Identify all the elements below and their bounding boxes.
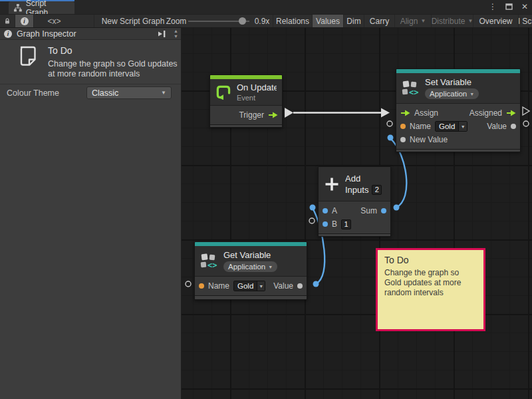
sum-port-icon[interactable] bbox=[381, 208, 386, 213]
update-loop-icon bbox=[215, 84, 231, 100]
svg-text:<>: <> bbox=[207, 261, 217, 270]
relations-button[interactable]: Relations bbox=[273, 15, 312, 27]
port-set-value-output[interactable] bbox=[523, 121, 529, 126]
sticky-note-title: To Do bbox=[384, 255, 477, 265]
window-maximize-icon[interactable] bbox=[504, 1, 513, 12]
new-value-port-icon[interactable] bbox=[400, 137, 406, 142]
assign-port-label: Assign bbox=[414, 108, 438, 118]
variable-name-dropdown[interactable]: Gold▼ bbox=[233, 281, 265, 291]
assigned-port-label: Assigned bbox=[469, 108, 502, 118]
flow-arrow-icon[interactable] bbox=[268, 112, 278, 118]
flow-arrow-icon[interactable] bbox=[400, 110, 410, 116]
port-get-value-output[interactable] bbox=[313, 281, 319, 287]
colour-theme-value: Classic bbox=[92, 88, 118, 98]
b-value-field[interactable]: 1 bbox=[341, 219, 351, 229]
full-screen-button[interactable]: Full Screen bbox=[518, 15, 532, 27]
tab-script-graph[interactable]: Script Graph bbox=[9, 1, 74, 14]
carry-button[interactable]: Carry bbox=[364, 15, 394, 27]
colour-theme-label: Colour Theme bbox=[7, 88, 59, 98]
variable-scope-dropdown[interactable]: Application▼ bbox=[425, 88, 479, 99]
variables-icon: <> bbox=[402, 80, 420, 97]
chevron-down-icon: ▼ bbox=[257, 281, 265, 291]
name-port-label: Name bbox=[410, 122, 431, 131]
inputs-count-field[interactable]: 2 bbox=[372, 185, 382, 195]
dock-panel-icon[interactable] bbox=[158, 30, 166, 38]
flow-arrow-icon[interactable] bbox=[506, 110, 516, 116]
node-on-update[interactable]: On Update Event Trigger bbox=[209, 74, 283, 128]
variable-scope-dropdown[interactable]: Application▼ bbox=[223, 261, 277, 272]
window-close-icon[interactable]: ✕ bbox=[520, 1, 529, 12]
graph-inspector-panel: i Graph Inspector ▲▼ To Do Change the gr… bbox=[0, 28, 182, 399]
inspector-todo-body: Change the graph so Gold updates at more… bbox=[48, 59, 181, 79]
port-set-assigned-output[interactable] bbox=[523, 107, 529, 115]
port-add-a-input[interactable] bbox=[310, 205, 316, 211]
inspector-title: Graph Inspector bbox=[17, 29, 76, 39]
chevron-down-icon: ▼ bbox=[268, 265, 273, 269]
graph-tree-icon bbox=[13, 3, 23, 12]
node-resize-strip bbox=[396, 149, 520, 152]
variable-name-dropdown[interactable]: Gold▼ bbox=[435, 121, 467, 132]
node-resize-strip bbox=[195, 295, 307, 300]
inspector-toggle-button[interactable]: i bbox=[15, 15, 33, 27]
svg-text:<>: <> bbox=[409, 88, 418, 97]
port-add-b-input[interactable] bbox=[309, 218, 315, 223]
b-port-label: B bbox=[332, 219, 337, 229]
node-resize-strip bbox=[210, 124, 282, 128]
name-port-icon[interactable] bbox=[199, 283, 204, 289]
node-title: Set Variable bbox=[425, 77, 479, 87]
chevron-down-icon: ▼ bbox=[458, 122, 467, 131]
new-value-port-label: New Value bbox=[410, 135, 448, 144]
tab-strip: Script Graph ⋮ ✕ bbox=[0, 0, 532, 14]
a-port-icon[interactable] bbox=[323, 208, 328, 213]
name-port-icon[interactable] bbox=[400, 124, 406, 129]
new-script-graph-button[interactable]: New Script Graph bbox=[94, 15, 168, 27]
lock-button[interactable] bbox=[0, 15, 15, 27]
sum-port-label: Sum bbox=[360, 206, 377, 215]
distribute-dropdown[interactable]: Distribute▼ bbox=[431, 15, 473, 27]
value-port-label: Value bbox=[273, 281, 293, 291]
chevron-down-icon: ▼ bbox=[420, 18, 426, 24]
info-icon: i bbox=[4, 30, 12, 38]
arrow-up-icon[interactable]: ▲ bbox=[174, 29, 178, 34]
inputs-label: Inputs bbox=[345, 185, 368, 195]
node-subtitle: Event bbox=[237, 94, 277, 102]
chevron-down-icon: ▼ bbox=[161, 90, 166, 96]
node-title: On Update bbox=[237, 82, 277, 92]
code-icon: <x> bbox=[47, 17, 61, 26]
trigger-port-label: Trigger bbox=[239, 110, 264, 120]
colour-theme-dropdown[interactable]: Classic ▼ bbox=[86, 86, 172, 99]
window-menu-icon[interactable]: ⋮ bbox=[488, 1, 497, 12]
port-trigger-output[interactable] bbox=[285, 108, 293, 118]
new-script-graph-label: New Script Graph bbox=[102, 17, 165, 26]
chevron-down-icon: ▼ bbox=[467, 18, 473, 24]
port-get-name-input[interactable] bbox=[186, 281, 191, 287]
overview-button[interactable]: Overview bbox=[473, 15, 518, 27]
zoom-slider-handle[interactable] bbox=[239, 17, 246, 25]
value-port-icon[interactable] bbox=[511, 124, 516, 129]
port-set-name-input[interactable] bbox=[387, 121, 392, 126]
a-port-label: A bbox=[332, 206, 337, 215]
chevron-down-icon: ▼ bbox=[469, 92, 474, 96]
node-title: Get Variable bbox=[223, 250, 277, 260]
name-port-label: Name bbox=[208, 281, 229, 291]
node-add[interactable]: Add Inputs 2 A Sum B bbox=[318, 166, 391, 237]
panel-scroll-arrows[interactable]: ▲▼ bbox=[174, 29, 178, 39]
port-add-sum-output[interactable] bbox=[394, 205, 400, 211]
sticky-note[interactable]: To Do Change the graph so Gold updates a… bbox=[376, 248, 485, 331]
value-port-icon[interactable] bbox=[297, 283, 303, 289]
node-get-variable[interactable]: <> Get Variable Application▼ Name Gold▼ … bbox=[194, 241, 307, 300]
value-port-label: Value bbox=[487, 122, 507, 131]
code-view-button[interactable]: <x> bbox=[33, 15, 74, 27]
graph-canvas[interactable]: On Update Event Trigger bbox=[182, 28, 532, 399]
zoom-value: 0.9x bbox=[251, 15, 273, 27]
align-dropdown[interactable]: Align▼ bbox=[394, 15, 431, 27]
port-set-newvalue-input[interactable] bbox=[388, 135, 394, 141]
values-button[interactable]: Values bbox=[312, 15, 343, 27]
wire-arrowhead-icon bbox=[381, 108, 390, 118]
node-set-variable[interactable]: <> Set Variable Application▼ Assign Assi… bbox=[396, 68, 521, 152]
arrow-down-icon[interactable]: ▼ bbox=[174, 34, 178, 39]
b-port-icon[interactable] bbox=[323, 221, 328, 227]
lock-icon bbox=[4, 17, 11, 25]
inspector-todo-title: To Do bbox=[48, 45, 72, 56]
dim-button[interactable]: Dim bbox=[343, 15, 364, 27]
